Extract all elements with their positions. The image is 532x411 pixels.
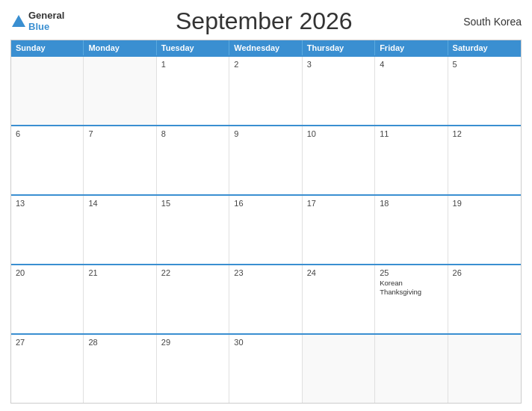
day-cell: 26 — [448, 265, 521, 333]
week-row-0: 12345 — [11, 55, 521, 125]
logo: General Blue — [10, 10, 64, 32]
svg-marker-0 — [12, 15, 25, 27]
day-number: 3 — [307, 60, 370, 69]
logo-text: General Blue — [28, 10, 64, 32]
day-header-saturday: Saturday — [448, 40, 521, 55]
day-number: 13 — [16, 199, 78, 208]
week-row-4: 27282930 — [11, 333, 521, 403]
day-number: 24 — [307, 268, 370, 277]
day-cell: 20 — [11, 265, 84, 333]
day-cell: 21 — [84, 265, 156, 333]
day-cell — [303, 335, 375, 403]
day-number: 19 — [453, 199, 516, 208]
day-number: 11 — [380, 129, 442, 138]
day-number: 8 — [161, 129, 224, 138]
day-cell — [11, 57, 84, 125]
day-number: 10 — [307, 129, 370, 138]
day-number: 30 — [234, 338, 297, 347]
day-header-wednesday: Wednesday — [229, 40, 302, 55]
day-number: 25 — [380, 268, 442, 277]
day-number: 17 — [307, 199, 370, 208]
day-header-friday: Friday — [375, 40, 448, 55]
day-headers-row: SundayMondayTuesdayWednesdayThursdayFrid… — [11, 40, 521, 55]
day-cell: 18 — [375, 196, 448, 264]
day-cell: 24 — [303, 265, 375, 333]
weeks-container: 1234567891011121314151617181920212223242… — [11, 55, 521, 403]
day-cell: 27 — [11, 335, 84, 403]
day-cell: 4 — [375, 57, 448, 125]
month-title: September 2026 — [64, 7, 463, 35]
day-cell: 9 — [229, 126, 302, 194]
day-cell: 2 — [229, 57, 302, 125]
day-cell: 22 — [157, 265, 229, 333]
day-header-monday: Monday — [84, 40, 156, 55]
day-cell: 28 — [84, 335, 156, 403]
day-number: 16 — [234, 199, 297, 208]
day-number: 20 — [16, 268, 78, 277]
day-number: 26 — [453, 268, 516, 277]
day-number: 27 — [16, 338, 78, 347]
week-row-2: 13141516171819 — [11, 194, 521, 264]
day-cell: 15 — [157, 196, 229, 264]
day-cell: 16 — [229, 196, 302, 264]
day-cell: 30 — [229, 335, 302, 403]
day-number: 28 — [88, 338, 151, 347]
day-number: 22 — [161, 268, 224, 277]
day-cell: 25Korean Thanksgiving — [375, 265, 448, 333]
day-cell: 10 — [303, 126, 375, 194]
day-cell: 3 — [303, 57, 375, 125]
day-cell — [448, 335, 521, 403]
week-row-3: 202122232425Korean Thanksgiving26 — [11, 264, 521, 333]
day-cell: 23 — [229, 265, 302, 333]
day-cell: 13 — [11, 196, 84, 264]
day-cell: 14 — [84, 196, 156, 264]
week-row-1: 6789101112 — [11, 125, 521, 194]
day-cell: 6 — [11, 126, 84, 194]
day-cell: 19 — [448, 196, 521, 264]
day-cell: 7 — [84, 126, 156, 194]
day-number: 4 — [380, 60, 442, 69]
day-cell: 12 — [448, 126, 521, 194]
day-cell — [375, 335, 448, 403]
day-number: 6 — [16, 129, 78, 138]
day-cell: 1 — [157, 57, 229, 125]
day-number: 29 — [161, 338, 224, 347]
day-number: 21 — [88, 268, 151, 277]
day-header-thursday: Thursday — [303, 40, 375, 55]
day-number: 14 — [88, 199, 151, 208]
country-label: South Korea — [463, 16, 522, 28]
logo-icon — [10, 13, 27, 30]
day-cell: 11 — [375, 126, 448, 194]
day-number: 23 — [234, 268, 297, 277]
day-number: 12 — [453, 129, 516, 138]
day-cell: 17 — [303, 196, 375, 264]
day-cell: 8 — [157, 126, 229, 194]
day-number: 15 — [161, 199, 224, 208]
day-number: 5 — [453, 60, 516, 69]
day-cell — [84, 57, 156, 125]
day-event: Korean Thanksgiving — [380, 279, 442, 297]
calendar-grid: SundayMondayTuesdayWednesdayThursdayFrid… — [10, 40, 522, 404]
day-number: 1 — [161, 60, 224, 69]
day-header-tuesday: Tuesday — [157, 40, 229, 55]
day-number: 18 — [380, 199, 442, 208]
day-number: 9 — [234, 129, 297, 138]
day-number: 2 — [234, 60, 297, 69]
header: General Blue September 2026 South Korea — [10, 7, 522, 35]
day-cell: 5 — [448, 57, 521, 125]
calendar-page: General Blue September 2026 South Korea … — [0, 0, 532, 411]
day-cell: 29 — [157, 335, 229, 403]
day-number: 7 — [88, 129, 151, 138]
day-header-sunday: Sunday — [11, 40, 84, 55]
